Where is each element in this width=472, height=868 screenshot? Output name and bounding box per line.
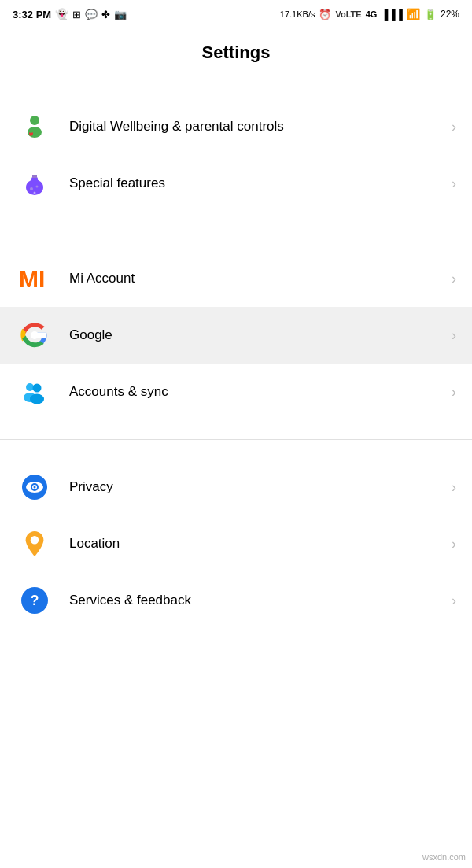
mi-icon-wrap: MI (16, 260, 53, 297)
wellbeing-chevron: › (452, 119, 456, 135)
accounts-chevron: › (452, 384, 456, 401)
section-gap-1 (0, 79, 472, 98)
browser-icon: ✤ (101, 9, 110, 20)
location-icon (22, 530, 47, 558)
location-chevron: › (452, 536, 456, 552)
page-title: Settings (0, 28, 472, 79)
privacy-label: Privacy (69, 478, 445, 496)
google-icon (20, 321, 49, 349)
services-feedback-item[interactable]: ? Services & feedback › (0, 572, 472, 629)
mi-account-icon: MI (19, 267, 50, 290)
alarm-icon: ⏰ (319, 9, 331, 20)
svg-point-5 (30, 187, 33, 190)
svg-point-6 (36, 186, 39, 188)
mi-account-item[interactable]: MI Mi Account › (0, 250, 472, 307)
svg-point-7 (34, 192, 36, 194)
watermark: wsxdn.com (422, 852, 466, 862)
privacy-item[interactable]: Privacy › (0, 459, 472, 515)
svg-point-12 (33, 384, 42, 393)
section-1: Digital Wellbeing & parental controls › … (0, 98, 472, 212)
signal-bars-icon: ▐▐▐ (381, 9, 403, 20)
special-chevron: › (452, 175, 456, 192)
google-chevron: › (452, 327, 456, 344)
battery-icon: 🔋 (424, 9, 437, 20)
svg-text:MI: MI (19, 267, 45, 290)
google-icon-wrap (16, 316, 53, 354)
svg-point-9 (31, 331, 39, 339)
wellbeing-icon (20, 112, 50, 142)
section-gap-4 (0, 420, 472, 439)
location-icon-wrap (16, 525, 53, 563)
services-icon-wrap: ? (16, 582, 53, 619)
services-feedback-label: Services & feedback (69, 592, 445, 609)
battery-percent: 22% (441, 9, 459, 20)
digital-wellbeing-item[interactable]: Digital Wellbeing & parental controls › (0, 98, 472, 155)
accounts-icon-wrap (16, 373, 53, 411)
wellbeing-label: Digital Wellbeing & parental controls (69, 118, 445, 135)
special-icon-wrap (16, 164, 53, 202)
volte-icon: VoLTE (335, 9, 361, 19)
svg-point-1 (28, 127, 42, 138)
svg-point-0 (30, 116, 39, 125)
wifi-icon: 📶 (407, 8, 420, 20)
svg-point-19 (31, 536, 39, 544)
section-3: Privacy › Location › ? Services & feedba… (0, 459, 472, 629)
status-time: 3:32 PM (13, 9, 51, 20)
snapchat-icon: 👻 (55, 8, 68, 20)
services-chevron: › (452, 593, 456, 609)
grid-icon: ⊞ (72, 9, 81, 20)
accounts-sync-icon (20, 377, 50, 407)
signal-4g-icon: 4G (366, 9, 378, 19)
accounts-sync-item[interactable]: Accounts & sync › (0, 364, 472, 420)
google-label: Google (69, 327, 445, 344)
special-features-item[interactable]: Special features › (0, 155, 472, 212)
special-features-label: Special features (69, 175, 445, 192)
svg-point-13 (30, 394, 44, 404)
mi-account-label: Mi Account (69, 270, 445, 287)
services-feedback-icon: ? (21, 587, 48, 614)
whatsapp-icon: 💬 (85, 9, 98, 20)
location-item[interactable]: Location › (0, 515, 472, 572)
network-speed: 17.1KB/s (280, 9, 315, 19)
privacy-icon-wrap (16, 468, 53, 506)
location-label: Location (69, 535, 445, 552)
section-gap-5 (0, 440, 472, 459)
status-right: 17.1KB/s ⏰ VoLTE 4G ▐▐▐ 📶 🔋 22% (280, 8, 459, 20)
privacy-chevron: › (452, 479, 456, 496)
status-left: 3:32 PM 👻 ⊞ 💬 ✤ 📷 (13, 8, 127, 20)
wellbeing-icon-wrap (16, 108, 53, 146)
section-2: MI Mi Account › Google › (0, 250, 472, 420)
svg-rect-3 (31, 177, 38, 183)
status-bar: 3:32 PM 👻 ⊞ 💬 ✤ 📷 17.1KB/s ⏰ VoLTE 4G ▐▐… (0, 0, 472, 28)
svg-rect-4 (32, 175, 37, 178)
section-gap-3 (0, 231, 472, 250)
privacy-icon (20, 473, 49, 501)
mi-chevron: › (452, 271, 456, 287)
instagram-icon: 📷 (114, 9, 127, 20)
svg-point-18 (34, 486, 36, 489)
special-features-icon (20, 169, 49, 198)
accounts-sync-label: Accounts & sync (69, 383, 445, 401)
section-gap-2 (0, 212, 472, 231)
svg-point-10 (26, 383, 34, 391)
google-item[interactable]: Google › (0, 307, 472, 364)
